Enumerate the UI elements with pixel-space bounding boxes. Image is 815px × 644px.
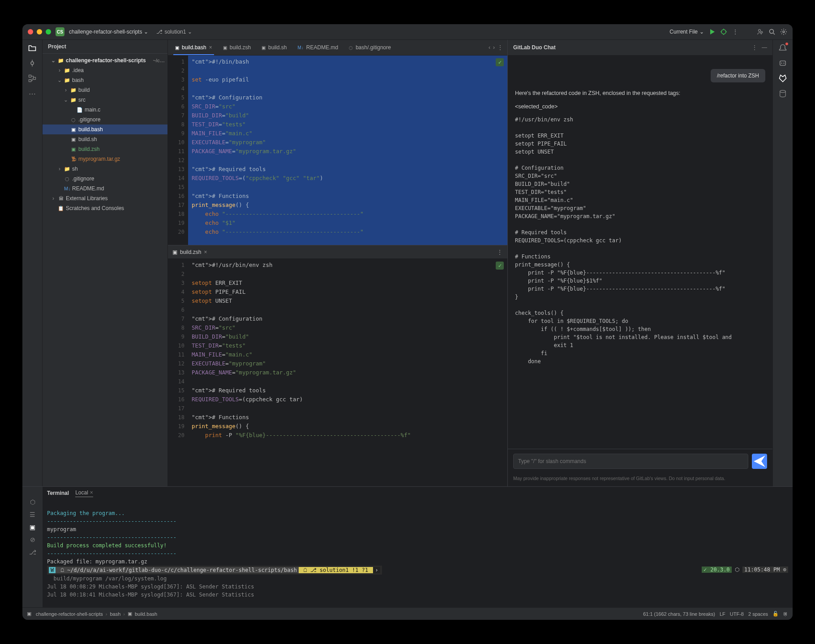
chat-input[interactable]	[513, 454, 748, 469]
run-config-selector[interactable]: Current File ⌄	[669, 29, 704, 35]
tree-folder-build[interactable]: ›📁 build	[43, 85, 167, 95]
tree-folder-bash[interactable]: ⌄📁 bash	[43, 75, 167, 85]
minimize-window-button[interactable]	[37, 29, 42, 34]
right-tool-rail	[772, 40, 793, 486]
services-icon[interactable]: ⬡	[30, 498, 35, 506]
problems-icon[interactable]: ⊘	[30, 536, 35, 543]
project-tool-icon[interactable]	[28, 43, 37, 52]
tab-build-zsh[interactable]: ▣ build.zsh	[218, 40, 256, 55]
project-selector[interactable]: challenge-refactor-shell-scripts ⌄	[69, 29, 148, 35]
chevron-down-icon: ⌄	[144, 29, 148, 35]
branch-selector[interactable]: ⎇ solution1 ⌄	[156, 29, 192, 35]
tree-file-gitignore[interactable]: ◌ .gitignore	[43, 115, 167, 125]
statusbar: ▣ challenge-refactor-shell-scripts › bas…	[22, 607, 793, 620]
tree-file-build-zsh[interactable]: ▣ build.zsh	[43, 144, 167, 154]
editor-code-top[interactable]: "cmt">#!/bin/bash set -euo pipefail "cmt…	[188, 56, 507, 245]
gutter-bottom: 1234567891011121314151617181920	[168, 259, 188, 486]
breadcrumb: challenge-refactor-shell-scripts › bash …	[36, 611, 157, 617]
tree-folder-sh[interactable]: ›📁 sh	[43, 164, 167, 174]
chat-title: GitLab Duo Chat	[513, 44, 556, 51]
fullscreen-window-button[interactable]	[46, 29, 51, 34]
inspection-ok-icon[interactable]: ✓	[496, 58, 504, 66]
svg-point-1	[759, 30, 761, 32]
tab-build-sh[interactable]: ▣ build.sh	[256, 40, 292, 55]
line-separator[interactable]: LF	[720, 611, 725, 617]
close-icon[interactable]: ×	[90, 489, 93, 496]
code-with-me-icon[interactable]	[757, 28, 764, 35]
notifications-icon[interactable]	[778, 43, 787, 52]
commit-tool-icon[interactable]	[28, 59, 37, 68]
editor-code-bottom[interactable]: "cmt">#!/usr/bin/env zsh setopt ERR_EXIT…	[188, 259, 507, 486]
split-tab-build-zsh[interactable]: ▣ build.zsh ×	[172, 249, 207, 255]
tree-folder-src[interactable]: ⌄📁 src	[43, 95, 167, 105]
chat-footer-disclaimer: May provide inappropriate responses not …	[508, 473, 772, 486]
tree-external-libraries[interactable]: ›🏛 External Libraries	[43, 193, 167, 203]
crumb-root[interactable]: challenge-refactor-shell-scripts	[36, 611, 103, 617]
close-window-button[interactable]	[28, 29, 33, 34]
readonly-lock-icon[interactable]: 🔓	[772, 611, 779, 617]
tree-file-root-gitignore[interactable]: ◌ .gitignore	[43, 174, 167, 184]
caret-position[interactable]: 61:1 (1662 chars, 73 line breaks)	[643, 611, 715, 617]
titlebar: CS challenge-refactor-shell-scripts ⌄ ⎇ …	[22, 24, 793, 40]
chat-send-button[interactable]	[752, 454, 767, 469]
chat-user-message: /refactor into ZSH	[711, 69, 765, 82]
split-more-icon[interactable]: ⋮	[497, 249, 503, 256]
statusbar-icon[interactable]: ▣	[27, 611, 31, 617]
git-icon[interactable]: ⎇	[29, 549, 36, 556]
terminal-left-rail: ⬡ ☰ ▣ ⊘ ⎇	[22, 487, 43, 607]
tree-file-package[interactable]: 🗜 myprogram.tar.gz	[43, 154, 167, 164]
structure-tool-icon[interactable]	[28, 74, 37, 83]
tab-readme[interactable]: M↓ README.md	[292, 40, 343, 55]
shell-file-icon: ▣	[128, 611, 132, 617]
database-icon[interactable]	[778, 89, 787, 98]
terminal-tab[interactable]: Terminal	[47, 490, 69, 496]
search-icon[interactable]	[768, 28, 776, 35]
tree-file-build-sh[interactable]: ▣ build.sh	[43, 134, 167, 144]
debug-button[interactable]	[720, 28, 727, 35]
gitlab-duo-icon[interactable]	[778, 74, 787, 83]
editor-pane-bottom: ▣ build.zsh × ⋮ 123456789101112131415161…	[168, 245, 507, 486]
settings-icon[interactable]	[780, 28, 787, 35]
editor-pane-top: 1234567891011121314151617181920 ▶ "cmt">…	[168, 56, 507, 245]
tree-folder-idea[interactable]: ›📁 .idea	[43, 65, 167, 75]
tab-gitignore[interactable]: ◌ bash/.gitignore	[343, 40, 396, 55]
svg-point-11	[783, 63, 785, 64]
svg-point-4	[783, 31, 785, 33]
close-icon[interactable]: ×	[204, 249, 207, 255]
tab-list-icon[interactable]: ⋮	[498, 44, 503, 51]
next-tab-icon[interactable]: ›	[493, 44, 495, 51]
layers-icon[interactable]: ☰	[30, 511, 35, 518]
tree-root[interactable]: ⌄📁 challenge-refactor-shell-scripts ~/c…	[43, 56, 167, 65]
more-actions-button[interactable]: ⋮	[732, 28, 739, 35]
close-icon[interactable]: ×	[209, 44, 212, 51]
ide-window: CS challenge-refactor-shell-scripts ⌄ ⎇ …	[22, 24, 793, 620]
tab-build-bash[interactable]: ▣ build.bash ×	[170, 40, 218, 55]
terminal-local-tab[interactable]: Local×	[75, 489, 93, 497]
tree-scratches[interactable]: 📋 Scratches and Consoles	[43, 203, 167, 213]
crumb-file[interactable]: build.bash	[135, 611, 157, 617]
tree-file-readme[interactable]: M↓ README.md	[43, 184, 167, 193]
tree-file-main-c[interactable]: 📄 main.c	[43, 105, 167, 115]
file-encoding[interactable]: UTF-8	[730, 611, 744, 617]
terminal-icon[interactable]: ▣	[30, 524, 35, 531]
inspection-ok-icon[interactable]: ✓	[496, 262, 504, 270]
gutter-top: 1234567891011121314151617181920	[168, 56, 188, 245]
terminal-output[interactable]: Packaging the program... ---------------…	[43, 499, 793, 607]
markdown-file-icon: M↓	[297, 45, 303, 50]
shield-icon[interactable]: ⛨	[783, 611, 788, 617]
chat-menu-icon[interactable]: ⋮	[752, 44, 757, 51]
shell-file-icon: ▣	[172, 249, 177, 255]
run-button[interactable]	[708, 28, 716, 35]
ai-assistant-icon[interactable]	[778, 59, 787, 68]
svg-point-5	[31, 62, 34, 64]
svg-point-2	[761, 31, 763, 33]
indent-setting[interactable]: 2 spaces	[748, 611, 768, 617]
tree-file-build-bash[interactable]: ▣ build.bash	[43, 125, 167, 134]
more-tools-icon[interactable]	[28, 89, 37, 98]
svg-point-10	[781, 63, 782, 64]
crumb-folder[interactable]: bash	[110, 611, 120, 617]
chat-minimize-icon[interactable]: —	[762, 44, 767, 51]
editor-tabs: ▣ build.bash × ▣ build.zsh ▣ build.sh M↓…	[168, 40, 507, 56]
prev-tab-icon[interactable]: ‹	[489, 44, 490, 51]
project-name: challenge-refactor-shell-scripts	[69, 29, 142, 35]
